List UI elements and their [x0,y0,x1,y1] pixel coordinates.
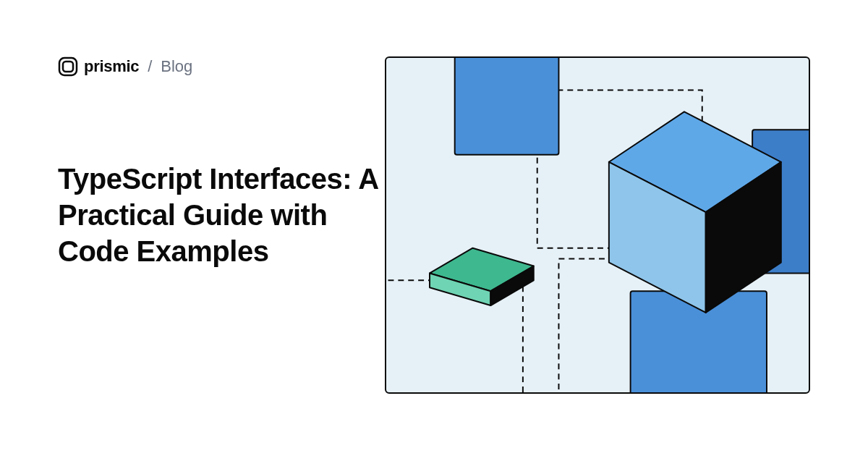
svg-rect-0 [59,58,77,75]
svg-rect-1 [63,62,73,72]
section-name: Blog [161,57,192,76]
breadcrumb-separator: / [148,57,152,76]
prismic-logo-icon [58,56,78,77]
brand-name: prismic [84,57,139,76]
decorative-illustration [385,56,810,394]
header: prismic / Blog [58,56,192,77]
svg-rect-5 [455,58,559,155]
page-title: TypeScript Interfaces: A Practical Guide… [58,161,405,269]
